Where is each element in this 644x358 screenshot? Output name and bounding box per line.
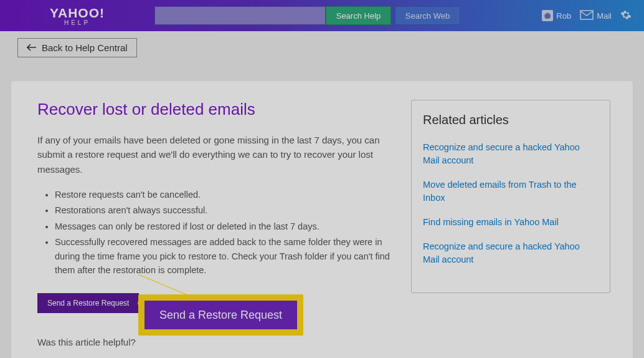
list-item: Restorations aren't always successful. (55, 203, 392, 217)
logo[interactable]: YAHOO! HELP (0, 6, 154, 26)
arrow-left-icon (27, 44, 37, 51)
page-title: Recover lost or deleted emails (37, 100, 392, 119)
mail-icon (580, 10, 594, 22)
mail-link[interactable]: Mail (580, 10, 612, 22)
related-link[interactable]: Recognize and secure a hacked Yahoo Mail… (423, 240, 599, 266)
helpful-prompt: Was this article helpful? (37, 337, 392, 347)
user-name: Rob (556, 11, 571, 21)
list-item: Restore requests can't be cancelled. (55, 188, 392, 201)
search-help-button[interactable]: Search Help (326, 6, 391, 25)
mail-label: Mail (597, 11, 612, 21)
search-web-button[interactable]: Search Web (395, 6, 460, 25)
list-item: Messages can only be restored if lost or… (55, 220, 392, 233)
content-card: Recover lost or deleted emails If any of… (11, 81, 633, 358)
back-label: Back to Help Central (42, 42, 128, 53)
search-input[interactable] (154, 6, 326, 25)
list-item: Successfully recovered messages are adde… (55, 235, 392, 277)
back-button[interactable]: Back to Help Central (17, 38, 137, 57)
logo-subtext: HELP (64, 19, 90, 26)
article-intro: If any of your emails have been deleted … (37, 133, 392, 177)
sub-bar: Back to Help Central (0, 31, 644, 64)
related-heading: Related articles (423, 113, 599, 127)
related-link[interactable]: Recognize and secure a hacked Yahoo Mail… (423, 141, 599, 167)
article-bullets: Restore requests can't be cancelled. Res… (37, 188, 392, 278)
logo-text: YAHOO! (50, 6, 105, 21)
callout-highlight: Send a Restore Request (138, 294, 303, 336)
restore-btn-label: Send a Restore Request (47, 299, 129, 307)
related-link[interactable]: Move deleted emails from Trash to the In… (423, 178, 599, 205)
related-articles: Related articles Recognize and secure a … (411, 100, 610, 293)
avatar-icon (542, 10, 553, 21)
related-link[interactable]: Find missing emails in Yahoo Mail (423, 216, 599, 229)
send-restore-request-button[interactable]: Send a Restore Request (37, 293, 139, 313)
top-header: YAHOO! HELP Search Help Search Web Rob M… (0, 0, 644, 31)
profile-link[interactable]: Rob (542, 10, 571, 21)
callout-button[interactable]: Send a Restore Request (144, 301, 297, 329)
user-block: Rob Mail (542, 9, 632, 22)
gear-icon[interactable] (620, 9, 632, 22)
